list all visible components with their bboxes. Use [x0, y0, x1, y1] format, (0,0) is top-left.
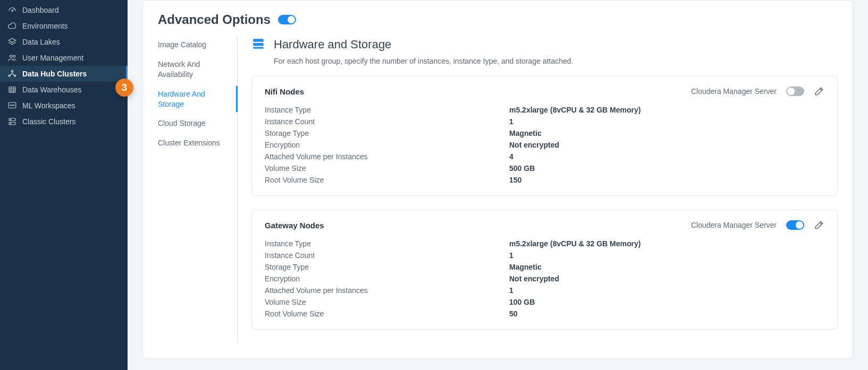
kv-row: Instance Typem5.2xlarge (8vCPU & 32 GB M… — [265, 238, 824, 249]
kv-row: Attached Volume per Instances4 — [265, 151, 824, 162]
kv-row: EncryptionNot encrypted — [265, 139, 824, 151]
sidebar-item-data-warehouses[interactable]: Data Warehouses — [0, 82, 128, 98]
kv-row: Attached Volume per Instances1 — [265, 285, 824, 296]
card-title: Nifi Nodes — [265, 87, 304, 96]
sidebar-item-ml-workspaces[interactable]: ML Workspaces — [0, 98, 128, 114]
svg-point-8 — [10, 105, 11, 106]
sidebar-item-label: Environments — [22, 22, 68, 30]
sidebar-item-data-lakes[interactable]: Data Lakes — [0, 34, 128, 50]
left-sidebar: Dashboard Environments Data Lakes User M… — [0, 0, 128, 370]
cloud-icon — [7, 21, 17, 31]
cms-label: Cloudera Manager Server — [691, 221, 777, 229]
svg-point-14 — [10, 123, 11, 124]
kv-row: Storage TypeMagnetic — [265, 127, 824, 139]
sidebar-item-label: User Management — [22, 54, 83, 62]
subnav-item-cluster-extensions[interactable]: Cluster Extensions — [158, 135, 232, 151]
section-body: Hardware and Storage For each host group… — [238, 37, 838, 343]
main-content: Advanced Options Image Catalog Network A… — [128, 0, 868, 370]
cms-toggle[interactable] — [786, 220, 804, 230]
kv-row: Storage TypeMagnetic — [265, 261, 824, 273]
svg-point-9 — [12, 105, 13, 106]
layers-icon — [7, 37, 17, 47]
sidebar-item-environments[interactable]: Environments — [0, 18, 128, 34]
advanced-options-title: Advanced Options — [158, 12, 271, 27]
step-number-badge: 3 — [115, 79, 133, 97]
hostgroup-card-gateway: Gateway Nodes Cloudera Manager Server In… — [251, 210, 838, 330]
kv-row: Root Volume Size150 — [265, 174, 824, 186]
warehouse-icon — [7, 85, 17, 94]
advanced-options-header: Advanced Options — [158, 1, 838, 37]
sidebar-item-user-management[interactable]: User Management — [0, 50, 128, 66]
svg-point-10 — [13, 105, 14, 106]
page-card: Advanced Options Image Catalog Network A… — [142, 0, 853, 359]
advanced-options-toggle[interactable] — [278, 15, 296, 24]
subnav-item-hardware-storage[interactable]: Hardware And Storage — [158, 86, 232, 113]
svg-point-1 — [10, 55, 13, 58]
kv-row: Root Volume Size50 — [265, 308, 824, 320]
kv-row: Volume Size500 GB — [265, 162, 824, 174]
ml-icon — [7, 101, 17, 110]
hostgroup-card-nifi: Nifi Nodes Cloudera Manager Server Insta… — [251, 76, 838, 196]
sidebar-item-label: Data Warehouses — [22, 85, 82, 94]
subnav: Image Catalog Network And Availability H… — [158, 37, 238, 343]
sidebar-item-label: Classic Clusters — [22, 117, 75, 126]
section-subtitle: For each host group, specify the number … — [274, 57, 838, 65]
server-icon — [251, 37, 265, 53]
cluster-icon — [7, 69, 17, 79]
kv-row: Instance Count1 — [265, 249, 824, 261]
subnav-item-image-catalog[interactable]: Image Catalog — [158, 37, 232, 53]
kv-row: Instance Typem5.2xlarge (8vCPU & 32 GB M… — [265, 104, 824, 116]
section-title: Hardware and Storage — [274, 38, 391, 51]
users-icon — [7, 53, 17, 63]
svg-point-3 — [12, 70, 13, 72]
sidebar-item-dashboard[interactable]: Dashboard — [0, 2, 128, 18]
svg-rect-6 — [9, 87, 15, 93]
sidebar-item-label: Data Lakes — [22, 38, 60, 46]
svg-rect-16 — [253, 43, 264, 46]
sidebar-item-label: ML Workspaces — [22, 101, 75, 110]
svg-point-2 — [13, 55, 15, 57]
kv-row: EncryptionNot encrypted — [265, 273, 824, 285]
classic-icon — [7, 117, 17, 126]
kv-row: Volume Size100 GB — [265, 296, 824, 308]
card-title: Gateway Nodes — [265, 221, 324, 230]
subnav-item-network-availability[interactable]: Network And Availability — [158, 56, 232, 83]
section-header: Hardware and Storage — [251, 37, 838, 53]
kv-row: Instance Count1 — [265, 116, 824, 127]
sidebar-item-data-hub-clusters[interactable]: Data Hub Clusters — [0, 66, 128, 82]
svg-rect-15 — [253, 39, 264, 41]
sidebar-item-label: Dashboard — [22, 6, 59, 14]
edit-button[interactable] — [814, 220, 824, 230]
subnav-item-cloud-storage[interactable]: Cloud Storage — [158, 115, 232, 132]
svg-rect-7 — [9, 102, 16, 108]
svg-rect-17 — [253, 47, 264, 49]
gauge-icon — [7, 5, 17, 15]
sidebar-item-classic-clusters[interactable]: Classic Clusters — [0, 114, 128, 130]
cms-toggle[interactable] — [786, 87, 804, 96]
svg-point-13 — [10, 119, 11, 121]
edit-button[interactable] — [814, 86, 824, 97]
sidebar-item-label: Data Hub Clusters — [22, 70, 87, 78]
cms-label: Cloudera Manager Server — [691, 87, 777, 96]
